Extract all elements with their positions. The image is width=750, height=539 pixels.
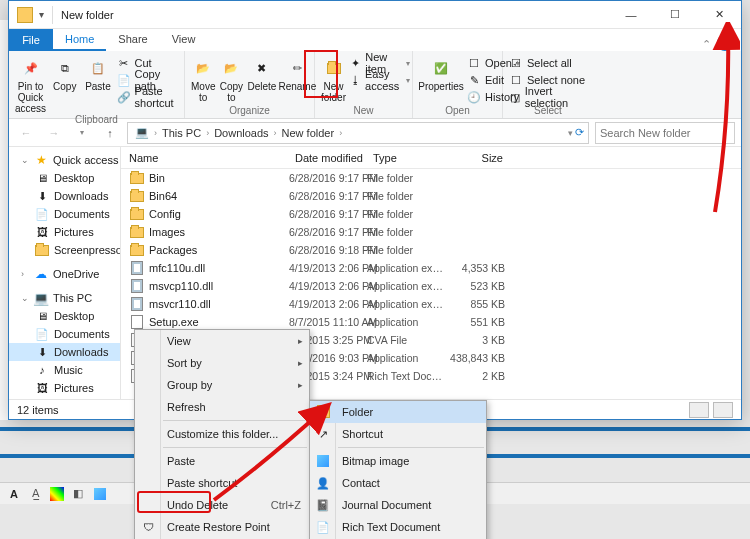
view-details-button[interactable] [689, 402, 709, 418]
refresh-icon[interactable]: ⟳ [575, 126, 584, 139]
dll-icon [129, 260, 145, 276]
select-all-button[interactable]: ☑Select all [509, 55, 587, 71]
group-label: Select [509, 105, 587, 118]
tab-view[interactable]: View [160, 29, 208, 51]
copy-button[interactable]: ⧉Copy [50, 53, 79, 92]
file-row[interactable]: mfc110u.dll4/19/2013 2:06 PMApplication … [121, 259, 741, 277]
tb-shape-icon[interactable]: ◧ [70, 486, 86, 502]
newitem-icon: ✦ [350, 56, 361, 70]
paste-button[interactable]: 📋Paste [83, 53, 112, 92]
nav-pictures2[interactable]: 🖼Pictures [9, 379, 120, 397]
file-date: 6/28/2016 9:17 PM [289, 226, 367, 238]
nav-downloads[interactable]: ⬇Downloads [9, 187, 120, 205]
file-date: 6/28/2016 9:17 PM [289, 190, 367, 202]
nav-screenpresso[interactable]: Screenpresso [9, 241, 120, 259]
ctx2-folder[interactable]: Folder [310, 401, 486, 423]
close-button[interactable]: ✕ [697, 1, 741, 29]
crumb-downloads[interactable]: Downloads [211, 127, 271, 139]
properties-button[interactable]: ✅Properties [419, 53, 463, 92]
nav-music[interactable]: ♪Music [9, 361, 120, 379]
ctx-paste[interactable]: Paste [135, 450, 309, 472]
column-headers[interactable]: Name Date modified Type Size [121, 147, 741, 169]
file-date: 4/19/2013 2:06 PM [289, 262, 367, 274]
ctx2-journal[interactable]: 📓Journal Document [310, 494, 486, 516]
pin-to-quick-access-button[interactable]: 📌Pin to Quick access [15, 53, 46, 114]
file-size: 3 KB [445, 334, 515, 346]
file-name: Bin [149, 172, 289, 184]
file-type: File folder [367, 226, 445, 238]
ctx-view[interactable]: View▸ [135, 330, 309, 352]
navigation-pane: ⌄★Quick access 🖥Desktop ⬇Downloads 📄Docu… [9, 147, 121, 399]
qat-overflow-icon[interactable]: ▾ [39, 9, 44, 20]
tab-share[interactable]: Share [106, 29, 159, 51]
file-row[interactable]: Images6/28/2016 9:17 PMFile folder [121, 223, 741, 241]
tb-font-icon[interactable]: A̲ [28, 486, 44, 502]
ctx-undo-delete[interactable]: Undo DeleteCtrl+Z [135, 494, 309, 516]
copy-to-button[interactable]: 📂Copy to [219, 53, 243, 103]
rename-button[interactable]: ✏Rename [280, 53, 314, 92]
file-date: 4/19/2013 2:06 PM [289, 298, 367, 310]
ribbon-collapse-icon[interactable]: ⌃ [702, 38, 711, 51]
file-row[interactable]: Config6/28/2016 9:17 PMFile folder [121, 205, 741, 223]
music-icon: ♪ [35, 363, 49, 377]
tb-color-icon[interactable] [50, 487, 64, 501]
exe-icon [129, 314, 145, 330]
help-icon[interactable]: ? [717, 35, 733, 51]
tab-home[interactable]: Home [53, 29, 106, 51]
ctx-create-restore-point[interactable]: 🛡Create Restore Point [135, 516, 309, 538]
ctx-sortby[interactable]: Sort by▸ [135, 352, 309, 374]
view-large-icons-button[interactable] [713, 402, 733, 418]
crumb-thispc[interactable]: This PC [159, 127, 204, 139]
col-name[interactable]: Name [121, 152, 287, 164]
move-to-button[interactable]: 📂Move to [191, 53, 215, 103]
minimize-button[interactable]: — [609, 1, 653, 29]
tab-file[interactable]: File [9, 29, 53, 51]
nav-onedrive[interactable]: ›☁OneDrive [9, 265, 120, 283]
file-row[interactable]: Bin6/28/2016 9:17 PMFile folder [121, 169, 741, 187]
folder-icon [129, 170, 145, 186]
ctx2-rtf[interactable]: 📄Rich Text Document [310, 516, 486, 538]
file-row[interactable]: msvcp110.dll4/19/2013 2:06 PMApplication… [121, 277, 741, 295]
file-row[interactable]: msvcr110.dll4/19/2013 2:06 PMApplication… [121, 295, 741, 313]
ctx-refresh[interactable]: Refresh [135, 396, 309, 418]
search-box[interactable] [595, 122, 735, 144]
paste-shortcut-button[interactable]: 🔗Paste shortcut [117, 89, 178, 105]
nav-pictures[interactable]: 🖼Pictures [9, 223, 120, 241]
nav-this-pc[interactable]: ⌄💻This PC [9, 289, 120, 307]
nav-documents[interactable]: 📄Documents [9, 205, 120, 223]
ctx-groupby[interactable]: Group by▸ [135, 374, 309, 396]
properties-icon: ✅ [429, 56, 453, 80]
crumb-newfolder[interactable]: New folder [279, 127, 338, 139]
file-row[interactable]: Bin646/28/2016 9:17 PMFile folder [121, 187, 741, 205]
breadcrumb[interactable]: 💻› This PC› Downloads› New folder› ▾ ⟳ [127, 122, 589, 144]
nav-quick-access[interactable]: ⌄★Quick access [9, 151, 120, 169]
file-name: Setup.exe [149, 316, 289, 328]
search-input[interactable] [600, 127, 730, 139]
col-type[interactable]: Type [365, 152, 443, 164]
nav-desktop2[interactable]: 🖥Desktop [9, 307, 120, 325]
tb-image-icon[interactable] [92, 486, 108, 502]
col-date[interactable]: Date modified [287, 152, 365, 164]
maximize-button[interactable]: ☐ [653, 1, 697, 29]
delete-button[interactable]: ✖Delete [247, 53, 276, 92]
ctx-customize[interactable]: Customize this folder... [135, 423, 309, 445]
address-dropdown-icon[interactable]: ▾ [568, 128, 573, 138]
ctx2-bitmap[interactable]: Bitmap image [310, 450, 486, 472]
nav-desktop[interactable]: 🖥Desktop [9, 169, 120, 187]
ctx2-contact[interactable]: 👤Contact [310, 472, 486, 494]
tb-bold-icon[interactable]: A [6, 486, 22, 502]
folder-icon [315, 404, 331, 420]
invert-selection-button[interactable]: ◫Invert selection [509, 89, 587, 105]
ctx-paste-shortcut[interactable]: Paste shortcut [135, 472, 309, 494]
easy-access-button[interactable]: ⭳Easy access▾ [350, 72, 410, 88]
folder-icon [129, 242, 145, 258]
folder-icon [35, 243, 49, 257]
ctx2-shortcut[interactable]: ↗Shortcut [310, 423, 486, 445]
col-size[interactable]: Size [443, 152, 513, 164]
nav-documents2[interactable]: 📄Documents [9, 325, 120, 343]
new-folder-button[interactable]: New folder [321, 53, 346, 103]
pin-icon: 📌 [19, 56, 43, 80]
context-menu: View▸ Sort by▸ Group by▸ Refresh Customi… [134, 329, 310, 539]
nav-downloads2[interactable]: ⬇Downloads [9, 343, 120, 361]
file-row[interactable]: Packages6/28/2016 9:18 PMFile folder [121, 241, 741, 259]
